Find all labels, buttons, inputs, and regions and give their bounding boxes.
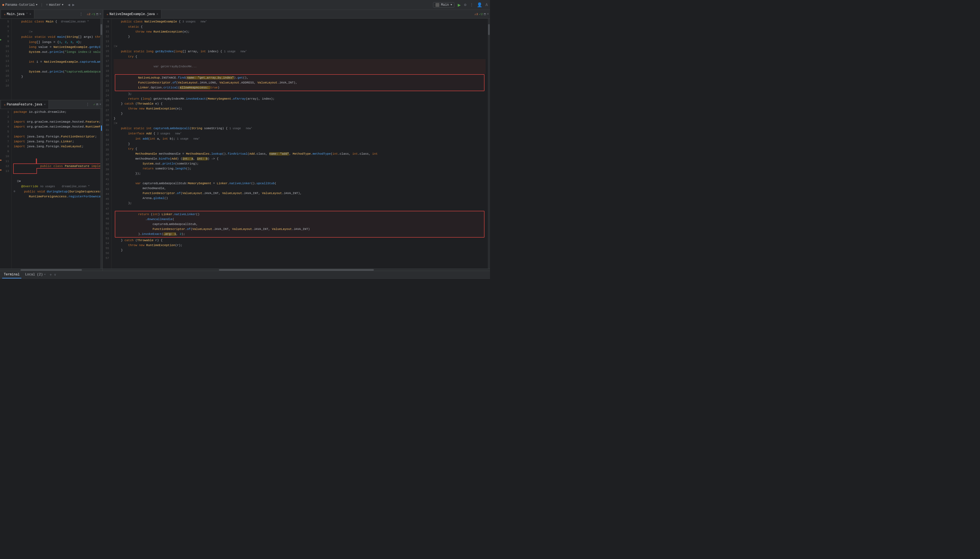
terminal-dropdown[interactable]: ∨ bbox=[54, 273, 56, 277]
pf-line-4: import org.graalvm.nativeimage.hosted.Ru… bbox=[14, 124, 98, 129]
tab-more-button-2[interactable]: ⋮ bbox=[84, 102, 91, 107]
native-image-content[interactable]: 910111213 1415161718 1920212223 24252627… bbox=[103, 18, 490, 268]
vscroll-panama[interactable] bbox=[100, 109, 103, 268]
hscroll-thumb-native[interactable] bbox=[219, 269, 374, 271]
run-config-icon bbox=[435, 3, 439, 7]
translate-button[interactable]: A bbox=[486, 3, 488, 7]
pf-line-5 bbox=[14, 129, 98, 134]
ni-line-22: } bbox=[114, 111, 486, 116]
branch-icon: ⑂ bbox=[46, 3, 48, 7]
git-modified-indicator: * bbox=[26, 13, 28, 16]
ni-line-14: ☷▼ bbox=[114, 44, 486, 49]
ni-line-10: static { bbox=[114, 24, 486, 29]
code-line-15: System.out.println("capturedLambdaUpcall… bbox=[14, 69, 98, 74]
tab-main-java-close[interactable]: × bbox=[29, 13, 31, 16]
pf-line-10: public class PanamaFeature implements Fe… bbox=[14, 154, 98, 179]
pf-line-13-label: ⚙ public void duringSetup(DuringSetupAcc… bbox=[14, 189, 98, 194]
pf-line-7: import java.lang.foreign.Linker; bbox=[14, 139, 98, 144]
ni-line-37: methodHandle, bbox=[114, 186, 486, 191]
main-java-tabbar: ☕ Main.java * × ⋮ ⚠2 ✓1 ⬒ × bbox=[0, 10, 103, 18]
project-selector[interactable]: ◼ Panama-tutorial ▼ bbox=[2, 3, 38, 7]
vscroll-indicator bbox=[101, 126, 102, 131]
hscroll-native[interactable] bbox=[103, 268, 490, 271]
project-icon: ◼ bbox=[2, 3, 4, 7]
ni-hl2-line-4: FunctionDescriptor.of(ValueLayout.JAVA_I… bbox=[116, 227, 483, 232]
editor-close-icon[interactable]: × bbox=[99, 12, 101, 16]
java-file-icon-2: ☕ bbox=[4, 103, 6, 106]
vscroll-main[interactable] bbox=[100, 18, 103, 100]
gutter-main: ▶ bbox=[0, 18, 3, 100]
ni-line-27: int add(int a, int b); 1 usage new' bbox=[114, 136, 486, 142]
right-panel: ☕ NativeImageExample.java × ⚠3 ✓2 ⬒ × 91… bbox=[103, 10, 490, 271]
tab-main-java-label: Main.java bbox=[7, 12, 25, 16]
ni-line-31: methodHandle.bindTo(Add) (int: a, int: b… bbox=[114, 156, 486, 161]
java-file-icon-3: ☕ bbox=[106, 12, 108, 16]
tab-panama-close[interactable]: × bbox=[44, 103, 46, 106]
tab-panama-feature[interactable]: ☕ PanamaFeature.java × bbox=[1, 100, 49, 109]
java-file-icon: ☕ bbox=[4, 12, 6, 16]
hscroll-thumb[interactable] bbox=[20, 269, 82, 271]
vscroll-native[interactable] bbox=[488, 18, 490, 268]
panama-feature-tabbar: ☕ PanamaFeature.java × ⋮ ✓ ⬒ × bbox=[0, 100, 103, 109]
pf-line-12: @Override no usages dreamlike_ocean * bbox=[14, 184, 98, 189]
code-line-17 bbox=[14, 79, 98, 84]
ni-line-17: var getArrayByIndexMH... bbox=[114, 59, 486, 74]
titlebar: ◼ Panama-tutorial ▼ | ⑂ master ▼ ◀ ▶ Mai… bbox=[0, 0, 490, 10]
right-close-icon[interactable]: × bbox=[487, 12, 489, 16]
ni-line-24: ☷▼ bbox=[114, 121, 486, 126]
ni-hl2-line-5: ).invokeExact(…arg: 1, 2); bbox=[116, 232, 483, 237]
right-warn-badge: ⚠3 bbox=[474, 12, 478, 16]
main-java-content[interactable]: ▶ 5 6 7 8 bbox=[0, 18, 103, 100]
code-native-image[interactable]: public class NativeImageExample { 3 usag… bbox=[111, 18, 488, 268]
run-button[interactable]: ▶ bbox=[458, 2, 461, 8]
code-line-11: System.out.println("longs index:2 value:… bbox=[14, 50, 98, 55]
editor-status-icons: ⚠2 ✓1 ⬒ × bbox=[87, 12, 101, 16]
tab-main-java[interactable]: ☕ Main.java * × bbox=[1, 10, 34, 18]
ni-line-26: interface Add { 2 usages new' bbox=[114, 131, 486, 136]
avatar-button[interactable]: 👤 bbox=[477, 2, 482, 8]
editor-toolbar-icon[interactable]: ⬒ bbox=[96, 12, 98, 16]
ni-line-35 bbox=[114, 176, 486, 181]
more-button[interactable]: ⋮ bbox=[470, 2, 473, 7]
terminal-content[interactable]: [INFO] ---------------------------------… bbox=[0, 279, 490, 280]
back-icon[interactable]: ◀ bbox=[68, 2, 70, 7]
ni-line-32: System.out.println(someString); bbox=[114, 161, 486, 166]
ni-line-19: return (long) getArrayByIndexMH.invokeEx… bbox=[114, 96, 486, 101]
run-config-selector[interactable]: Main ▼ bbox=[433, 2, 454, 8]
editor-close-icon-2[interactable]: × bbox=[99, 103, 101, 106]
ni-line-23: } bbox=[114, 116, 486, 121]
ni-line-30: MethodHandle methodHandle = MethodHandle… bbox=[114, 151, 486, 156]
code-main-java[interactable]: public class Main { dreamlike_ocean * ☷▼… bbox=[12, 18, 100, 100]
code-line-7: ☷▼ bbox=[14, 29, 98, 35]
ni-line-12: } bbox=[114, 34, 486, 39]
ni-line-13 bbox=[114, 39, 486, 44]
code-line-16: } bbox=[14, 74, 98, 79]
vscroll-thumb-native[interactable] bbox=[488, 24, 490, 35]
vscroll-thumb-main[interactable] bbox=[101, 24, 102, 35]
line-numbers-panama: 1 2 3 4 5 6 7 8 9 10 11 12 13 bbox=[3, 109, 12, 268]
tab-native-close[interactable]: × bbox=[156, 13, 158, 16]
tab-terminal[interactable]: Terminal bbox=[2, 271, 22, 278]
tab-local[interactable]: Local (2) × bbox=[23, 271, 47, 278]
forward-icon[interactable]: ▶ bbox=[72, 2, 74, 7]
panama-feature-content[interactable]: ● ● 1 2 3 4 5 6 7 8 9 10 11 12 bbox=[0, 109, 103, 268]
settings-button[interactable]: ⚙ bbox=[464, 2, 466, 7]
tab-panama-feature-label: PanamaFeature.java bbox=[7, 103, 43, 106]
ni-hl2-line-3: capturedLambdaUpcallStub, bbox=[116, 222, 483, 227]
branch-selector[interactable]: ⑂ master ▼ bbox=[46, 3, 63, 7]
tab-native-image[interactable]: ☕ NativeImageExample.java × bbox=[104, 10, 161, 18]
project-dropdown-icon: ▼ bbox=[36, 3, 37, 6]
code-panama-java[interactable]: package io.github.dreamlike; import org.… bbox=[12, 109, 100, 268]
code-line-9: long[] longs = {1, 2, 3, 4}; bbox=[14, 40, 98, 45]
ni-hl-line-2: FunctionDescriptor.of(ValueLayout.JAVA_L… bbox=[116, 80, 483, 85]
ni-line-20: } catch (Throwable e) { bbox=[114, 101, 486, 106]
right-toolbar-icon[interactable]: ⬒ bbox=[484, 12, 486, 16]
editor-toolbar-icon-2[interactable]: ⬒ bbox=[96, 103, 98, 106]
terminal-add-button[interactable]: + bbox=[50, 273, 52, 277]
panama-feature-editor: ☕ PanamaFeature.java × ⋮ ✓ ⬒ × bbox=[0, 100, 103, 271]
ok-badge: ✓1 bbox=[91, 12, 95, 16]
ni-line-16: try { bbox=[114, 54, 486, 59]
tab-more-button[interactable]: ⋮ bbox=[78, 12, 84, 17]
hscroll-panama[interactable] bbox=[0, 268, 103, 271]
local-close[interactable]: × bbox=[44, 273, 46, 276]
